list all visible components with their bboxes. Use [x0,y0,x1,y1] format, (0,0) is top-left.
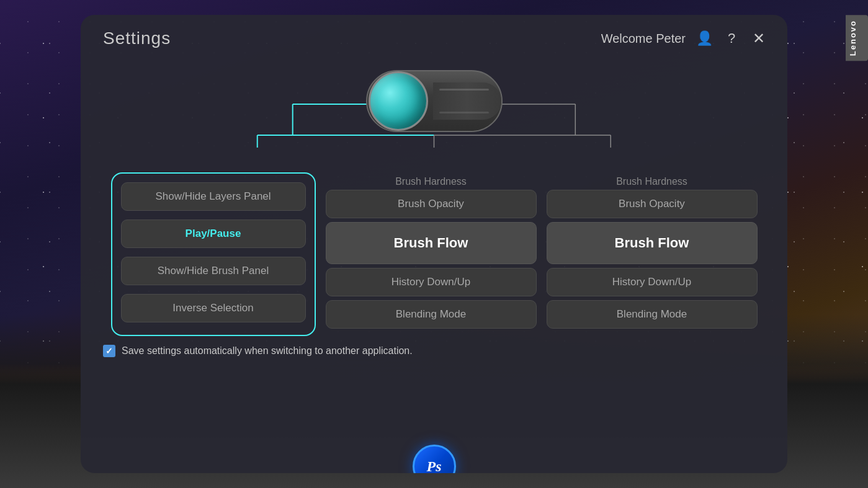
history-center-item[interactable]: History Down/Up [326,268,537,296]
auto-save-checkbox[interactable]: ✓ [103,345,115,357]
columns-row: Show/Hide Layers Panel Play/Pause Show/H… [81,148,787,336]
dial-face [369,71,428,131]
close-button[interactable]: ✕ [750,30,767,47]
brush-flow-right-item[interactable]: Brush Flow [547,222,758,264]
auto-save-checkbox-wrapper[interactable]: ✓ Save settings automatically when switc… [103,345,413,357]
show-hide-brush-item[interactable]: Show/Hide Brush Panel [121,257,306,285]
dialog-header: Settings Welcome Peter 👤 ? ✕ [81,15,787,55]
settings-dialog: Settings Welcome Peter 👤 ? ✕ [81,15,787,473]
left-panel: Show/Hide Layers Panel Play/Pause Show/H… [111,172,316,336]
history-right-item[interactable]: History Down/Up [547,268,758,296]
lenovo-badge: Lenovo [846,15,868,61]
right-panel: Brush Hardness Brush Opacity Brush Flow … [547,172,758,336]
center-panel-label: Brush Hardness [326,172,537,190]
brush-opacity-center-item[interactable]: Brush Opacity [326,190,537,218]
user-icon[interactable]: 👤 [696,30,713,47]
welcome-text: Welcome Peter [601,32,686,46]
blending-center-item[interactable]: Blending Mode [326,300,537,329]
dial-body [433,82,501,120]
footer: ✓ Save settings automatically when switc… [81,336,787,367]
checkbox-check-icon: ✓ [105,346,113,356]
right-panel-label: Brush Hardness [547,172,758,190]
dial-cylinder [366,70,503,132]
brush-opacity-right-item[interactable]: Brush Opacity [547,190,758,218]
show-hide-layers-item[interactable]: Show/Hide Layers Panel [121,182,306,211]
play-pause-item[interactable]: Play/Pause [121,220,306,248]
dialog-title: Settings [103,29,171,48]
brush-flow-center-item[interactable]: Brush Flow [326,222,537,264]
main-body: Show/Hide Layers Panel Play/Pause Show/H… [81,55,787,473]
inverse-selection-item[interactable]: Inverse Selection [121,294,306,322]
blending-right-item[interactable]: Blending Mode [547,300,758,329]
photoshop-badge-text: Ps [427,458,442,474]
header-right: Welcome Peter 👤 ? ✕ [601,30,767,47]
help-icon[interactable]: ? [723,30,740,47]
center-panel: Brush Hardness Brush Opacity Brush Flow … [326,172,537,336]
auto-save-label: Save settings automatically when switchi… [122,345,413,357]
